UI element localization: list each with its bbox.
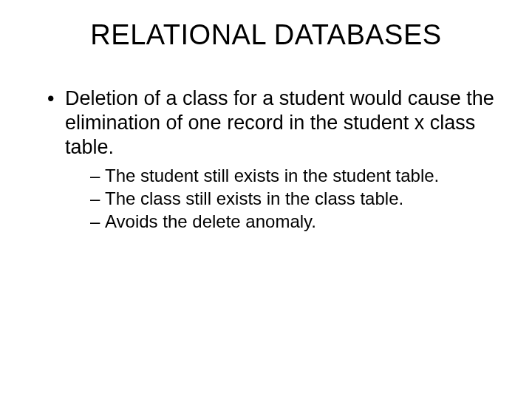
slide-title: RELATIONAL DATABASES — [0, 19, 532, 51]
slide-body: Deletion of a class for a student would … — [0, 86, 532, 233]
bullet-sub: Avoids the delete anomaly. — [90, 210, 505, 233]
bullet-sub-text: The student still exists in the student … — [105, 166, 439, 185]
bullet-sub-text: Avoids the delete anomaly. — [105, 211, 316, 231]
bullet-list-level1: Deletion of a class for a student would … — [27, 86, 505, 233]
bullet-sub: The student still exists in the student … — [90, 164, 505, 187]
slide: RELATIONAL DATABASES Deletion of a class… — [0, 0, 532, 399]
bullet-sub: The class still exists in the class tabl… — [90, 187, 505, 210]
bullet-main: Deletion of a class for a student would … — [47, 86, 505, 233]
bullet-sub-text: The class still exists in the class tabl… — [105, 188, 403, 208]
bullet-main-text: Deletion of a class for a student would … — [65, 87, 494, 158]
bullet-list-level2: The student still exists in the student … — [65, 164, 505, 233]
